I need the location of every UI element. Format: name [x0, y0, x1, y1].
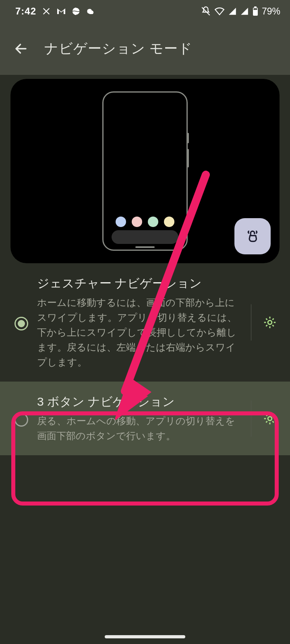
gesture-settings-button[interactable]	[258, 315, 282, 330]
phone-dock-icon	[112, 230, 178, 244]
back-button[interactable]	[10, 37, 32, 60]
divider	[251, 304, 251, 341]
signal-icon-2	[240, 7, 249, 16]
ball-icon	[72, 7, 81, 16]
gmail-icon	[56, 7, 66, 15]
option-description: 戻る、ホームへの移動、アプリの切り替えを画面下部のボタンで行います。	[37, 413, 241, 443]
svg-rect-2	[254, 6, 257, 8]
signal-icon-1	[228, 7, 237, 16]
phone-home-indicator-icon	[135, 246, 155, 248]
page-title: ナビゲーション モード	[44, 39, 193, 58]
phone-frame-icon	[102, 91, 188, 251]
divider	[251, 400, 251, 437]
wifi-icon	[214, 7, 225, 16]
status-bar: 7:42 79%	[0, 0, 290, 23]
option-description: ホームに移動するには、画面の下部から上にスワイプします。アプリを切り替えるには、…	[37, 295, 241, 370]
option-three-button-navigation[interactable]: 3 ボタン ナビゲーション 戻る、ホームへの移動、アプリの切り替えを画面下部のボ…	[0, 382, 290, 455]
cloud-icon	[86, 7, 97, 15]
preview-play-button[interactable]	[234, 218, 271, 254]
status-clock: 7:42	[15, 6, 36, 17]
battery-percent: 79%	[262, 6, 280, 17]
three-button-settings-button[interactable]	[258, 411, 282, 426]
svg-rect-3	[253, 8, 257, 10]
dock-app-icon	[132, 217, 142, 227]
app-bar: ナビゲーション モード	[0, 23, 290, 75]
option-title: 3 ボタン ナビゲーション	[37, 394, 241, 410]
svg-point-4	[268, 320, 272, 324]
navigation-preview	[10, 79, 280, 263]
radio-three-button[interactable]	[7, 411, 35, 427]
x-app-icon	[42, 7, 51, 16]
radio-gesture[interactable]	[7, 314, 35, 330]
dock-app-icon	[164, 217, 174, 227]
home-indicator[interactable]	[105, 635, 185, 638]
dock-app-icon	[116, 217, 126, 227]
vibrate-icon	[201, 6, 211, 17]
svg-point-5	[268, 417, 272, 421]
option-title: ジェスチャー ナビゲーション	[37, 275, 241, 292]
battery-icon	[252, 6, 259, 16]
dock-app-icon	[148, 217, 158, 227]
status-right: 79%	[201, 6, 280, 17]
option-gesture-navigation[interactable]: ジェスチャー ナビゲーション ホームに移動するには、画面の下部から上にスワイプし…	[0, 263, 290, 382]
status-left: 7:42	[15, 6, 97, 17]
